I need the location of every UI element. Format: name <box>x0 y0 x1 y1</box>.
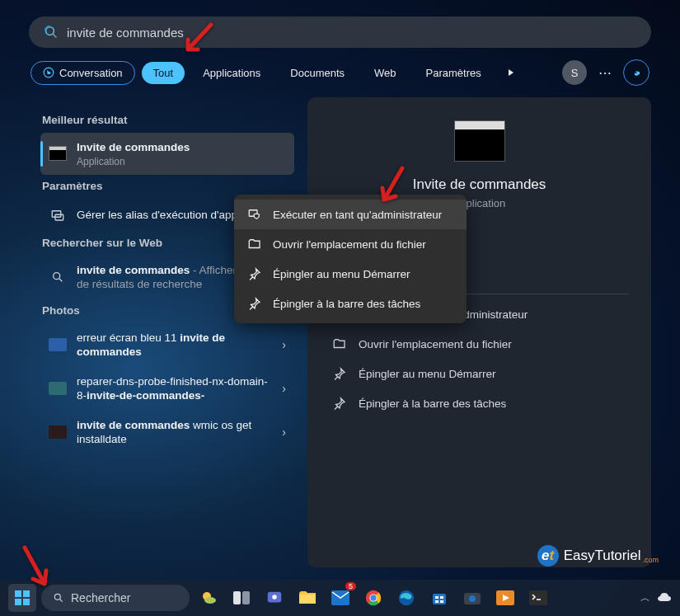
user-avatar[interactable]: S <box>562 60 587 85</box>
ctx-label: Ouvrir l'emplacement du fichier <box>273 238 426 251</box>
svg-rect-19 <box>242 591 250 604</box>
watermark: et EasyTutoriel .com <box>537 545 659 567</box>
result-photo-2[interactable]: reparer-dns-probe-finished-nx-domain-8-i… <box>40 367 294 411</box>
chevron-right-icon: › <box>282 426 286 439</box>
ctx-pin-start[interactable]: Épingler au menu Démarrer <box>234 259 467 289</box>
taskbar-widget[interactable] <box>195 584 223 612</box>
taskbar-video[interactable] <box>491 584 519 612</box>
folder-icon <box>247 237 262 252</box>
ctx-open-location[interactable]: Ouvrir l'emplacement du fichier <box>234 229 467 259</box>
svg-line-6 <box>59 279 62 281</box>
svg-point-17 <box>204 597 216 604</box>
store-icon <box>431 590 448 606</box>
overflow-menu-icon[interactable]: ⋯ <box>593 61 617 84</box>
pin-icon <box>247 296 262 311</box>
svg-rect-22 <box>299 595 316 604</box>
svg-rect-34 <box>440 600 443 603</box>
svg-point-14 <box>54 594 60 600</box>
taskbar: Rechercher 5 ︿ <box>0 580 680 616</box>
taskbar-edge[interactable] <box>392 584 420 612</box>
photo-thumb-icon <box>49 338 67 351</box>
tray-chevron-icon[interactable]: ︿ <box>640 591 650 605</box>
filter-row: Conversation Tout Applications Documents… <box>29 59 651 86</box>
svg-rect-31 <box>435 596 438 599</box>
ctx-label: Épingler à la barre des tâches <box>273 298 420 310</box>
taskbar-chat[interactable] <box>260 584 288 612</box>
preview-app-icon <box>454 120 505 162</box>
taskbar-terminal[interactable] <box>524 584 552 612</box>
chip-label: Web <box>374 67 396 79</box>
ctx-label: Exécuter en tant qu'administrateur <box>273 209 442 221</box>
chip-conversation[interactable]: Conversation <box>30 61 135 85</box>
cmd-icon <box>49 146 67 161</box>
taskbar-store[interactable] <box>425 584 453 612</box>
watermark-text: EasyTutoriel <box>564 548 641 564</box>
windows-logo-icon <box>14 590 30 606</box>
chip-label: Tout <box>153 67 174 79</box>
results-column: Meilleur résultat Invite de commandes Ap… <box>29 97 294 567</box>
svg-rect-32 <box>440 596 443 599</box>
ctx-run-as-admin[interactable]: Exécuter en tant qu'administrateur <box>234 200 467 229</box>
svg-rect-11 <box>23 590 30 597</box>
result-photo-3[interactable]: invite de commandes wmic os get installd… <box>40 411 294 454</box>
taskbar-camera[interactable] <box>458 584 486 612</box>
result-cmd[interactable]: Invite de commandes Application <box>40 133 294 175</box>
pin-icon <box>332 366 347 381</box>
search-icon <box>49 268 67 286</box>
pin-icon <box>247 266 262 281</box>
svg-line-15 <box>60 600 63 602</box>
taskbar-mail[interactable]: 5 <box>326 584 354 612</box>
svg-rect-3 <box>52 210 61 217</box>
result-subtitle: Application <box>77 156 286 167</box>
chip-settings[interactable]: Paramètres <box>415 62 493 84</box>
system-tray[interactable]: ︿ <box>640 591 672 605</box>
badge: 5 <box>345 582 356 590</box>
preview-action-location[interactable]: Ouvrir l'emplacement du fichier <box>331 329 628 359</box>
chip-all[interactable]: Tout <box>142 62 185 84</box>
taskbar-chrome[interactable] <box>359 584 387 612</box>
folder-icon <box>298 590 317 605</box>
svg-rect-13 <box>23 599 30 605</box>
filter-more-icon[interactable] <box>499 61 523 84</box>
taskbar-search[interactable]: Rechercher <box>41 585 190 611</box>
chip-label: Conversation <box>59 67 123 79</box>
svg-line-1 <box>53 34 56 37</box>
chip-documents[interactable]: Documents <box>279 62 356 84</box>
teams-chat-icon <box>265 589 284 607</box>
svg-rect-10 <box>15 590 21 597</box>
chip-label: Documents <box>290 67 345 79</box>
cloud-icon[interactable] <box>657 592 672 604</box>
preview-action-pin-start[interactable]: Épingler au menu Démarrer <box>331 359 628 388</box>
chrome-icon <box>364 589 382 607</box>
search-bar[interactable] <box>29 16 651 48</box>
result-photo-1[interactable]: erreur écran bleu 11 invite de commandes… <box>40 323 294 367</box>
edge-icon <box>397 589 415 607</box>
start-button[interactable] <box>8 584 36 612</box>
admin-shield-icon <box>247 207 262 222</box>
chip-web[interactable]: Web <box>363 62 408 84</box>
svg-rect-18 <box>233 591 241 604</box>
taskview-icon <box>232 590 251 605</box>
context-menu: Exécuter en tant qu'administrateur Ouvri… <box>234 195 467 323</box>
search-icon <box>53 592 64 604</box>
preview-action-pin-taskbar[interactable]: Épingler à la barre des tâches <box>331 388 628 418</box>
ctx-pin-taskbar[interactable]: Épingler à la barre des tâches <box>234 289 467 318</box>
preview-title: Invite de commandes <box>331 176 628 193</box>
result-title: Invite de commandes <box>77 141 190 153</box>
chip-label: Paramètres <box>426 67 481 79</box>
preview-panel: Invite de commandes Application Ouvrir E… <box>307 97 651 567</box>
chip-label: Applications <box>203 67 260 79</box>
svg-point-5 <box>54 273 60 280</box>
search-input[interactable] <box>67 26 636 40</box>
bing-logo[interactable] <box>623 59 650 86</box>
svg-point-36 <box>469 595 476 602</box>
taskbar-explorer[interactable] <box>293 584 321 612</box>
chip-apps[interactable]: Applications <box>191 62 272 84</box>
svg-rect-12 <box>15 599 21 605</box>
search-icon <box>44 25 59 40</box>
terminal-icon <box>529 590 547 605</box>
taskbar-search-placeholder: Rechercher <box>71 591 130 604</box>
chevron-right-icon: › <box>282 382 286 395</box>
taskbar-taskview[interactable] <box>227 584 256 612</box>
svg-rect-38 <box>529 590 547 605</box>
